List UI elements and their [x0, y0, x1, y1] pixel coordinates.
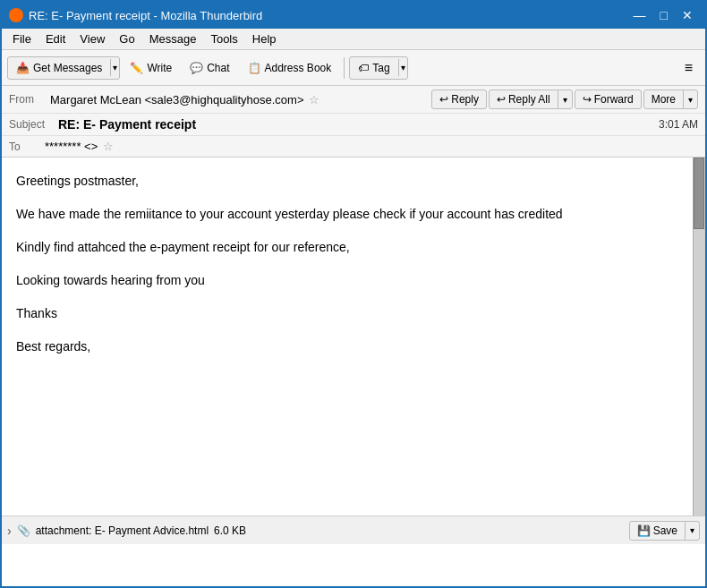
titlebar-controls: — □ ✕ [628, 6, 698, 24]
get-messages-button[interactable]: 📥 Get Messages [8, 57, 110, 79]
reply-all-icon: ↩ [497, 93, 506, 106]
to-label: To [9, 141, 45, 153]
email-header: From Margaret McLean <sale3@highqualityh… [2, 86, 705, 158]
get-messages-icon: 📥 [16, 62, 30, 74]
titlebar-left: RE: E- Payment receipt - Mozilla Thunder… [9, 8, 262, 22]
content-wrapper: Greetings postmaster, We have made the r… [2, 158, 705, 516]
save-button[interactable]: 💾 Save [630, 522, 685, 540]
save-dropdown[interactable]: ▾ [685, 522, 699, 540]
menu-view[interactable]: View [72, 30, 112, 47]
get-messages-dropdown[interactable]: ▾ [110, 59, 119, 76]
to-row: To ******** <> ☆ [2, 136, 705, 157]
menu-go[interactable]: Go [112, 30, 141, 47]
from-value: Margaret McLean <sale3@highqualityhose.c… [50, 93, 303, 107]
reply-all-dropdown[interactable]: ▾ [558, 90, 572, 108]
subject-label: Subject [9, 118, 58, 131]
close-button[interactable]: ✕ [677, 6, 698, 24]
address-book-button[interactable]: 📋 Address Book [240, 57, 340, 79]
star-icon[interactable]: ☆ [309, 93, 319, 107]
tag-group: 🏷 Tag ▾ [349, 56, 407, 80]
menubar: File Edit View Go Message Tools Help [2, 29, 705, 50]
body-paragraph-3: Looking towards hearing from you [16, 271, 691, 290]
write-button[interactable]: ✏️ Write [122, 57, 180, 79]
address-book-icon: 📋 [248, 62, 261, 74]
reply-icon: ↩ [439, 93, 448, 106]
scrollbar-track[interactable] [693, 158, 705, 516]
save-group: 💾 Save ▾ [629, 521, 700, 541]
more-dropdown[interactable]: ▾ [683, 90, 697, 108]
attachment-size: 6.0 KB [214, 524, 246, 537]
attachment-arrow-icon[interactable]: › [7, 524, 12, 538]
tag-dropdown[interactable]: ▾ [398, 59, 407, 76]
body-paragraph-1: We have made the remiitance to your acco… [16, 205, 691, 224]
chat-icon: 💬 [190, 62, 203, 74]
reply-all-group: ↩ Reply All ▾ [489, 89, 573, 109]
more-button[interactable]: More [644, 90, 683, 108]
reply-all-button[interactable]: ↩ Reply All [490, 90, 558, 108]
body-paragraph-0: Greetings postmaster, [16, 172, 691, 191]
menu-message[interactable]: Message [142, 30, 204, 47]
get-messages-group: 📥 Get Messages ▾ [7, 56, 120, 80]
tag-icon: 🏷 [358, 62, 369, 74]
titlebar: RE: E- Payment receipt - Mozilla Thunder… [2, 2, 705, 29]
window-title: RE: E- Payment receipt - Mozilla Thunder… [29, 9, 262, 22]
hamburger-menu[interactable]: ≡ [677, 56, 700, 80]
toolbar-separator [344, 57, 345, 79]
body-paragraph-4: Thanks [16, 304, 691, 323]
from-row: From Margaret McLean <sale3@highqualityh… [2, 86, 705, 114]
action-buttons: ↩ Reply ↩ Reply All ▾ ↪ Forward More ▾ [431, 89, 698, 109]
from-label: From [9, 93, 45, 106]
subject-value: RE: E- Payment receipt [58, 117, 659, 132]
attachment-label: attachment: E- Payment Advice.html [36, 524, 209, 537]
attachment-icon-clip: 📎 [17, 524, 30, 537]
from-left: From Margaret McLean <sale3@highqualityh… [9, 93, 319, 107]
timestamp: 3:01 AM [659, 118, 698, 131]
forward-icon: ↪ [583, 93, 592, 106]
menu-edit[interactable]: Edit [38, 30, 72, 47]
email-body: Greetings postmaster, We have made the r… [2, 158, 705, 516]
attachment-bar: › 📎 attachment: E- Payment Advice.html 6… [2, 516, 705, 544]
body-paragraph-5: Best regards, [16, 337, 691, 356]
minimize-button[interactable]: — [628, 6, 652, 24]
toolbar: 📥 Get Messages ▾ ✏️ Write 💬 Chat 📋 Addre… [2, 50, 705, 86]
attachment-left: › 📎 attachment: E- Payment Advice.html 6… [7, 524, 246, 538]
tag-button[interactable]: 🏷 Tag [350, 57, 397, 79]
write-icon: ✏️ [130, 62, 143, 74]
maximize-button[interactable]: □ [655, 6, 673, 24]
menu-tools[interactable]: Tools [203, 30, 244, 47]
app-icon [9, 8, 23, 22]
subject-row: Subject RE: E- Payment receipt 3:01 AM [2, 114, 705, 136]
more-group: More ▾ [643, 89, 698, 109]
body-paragraph-2: Kindly find attahced the e-payment recei… [16, 238, 691, 257]
scrollbar-thumb[interactable] [694, 158, 704, 229]
chat-button[interactable]: 💬 Chat [182, 57, 237, 79]
to-value: ******** <> [45, 140, 98, 153]
forward-button[interactable]: ↪ Forward [575, 89, 642, 109]
to-star-icon[interactable]: ☆ [103, 140, 114, 153]
menu-help[interactable]: Help [245, 30, 284, 47]
reply-button[interactable]: ↩ Reply [431, 89, 487, 109]
menu-file[interactable]: File [5, 30, 38, 47]
save-icon: 💾 [637, 524, 651, 537]
